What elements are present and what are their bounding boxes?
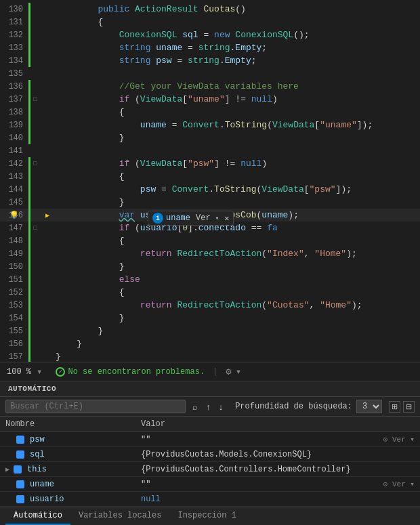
debug-var-icon <box>16 436 24 444</box>
debug-expand-icon[interactable]: ▶ <box>5 465 9 474</box>
debug-val-cell: ""⊙ Ver ▾ <box>141 480 415 489</box>
debug-panel-title: Automático <box>0 381 420 397</box>
debug-tab[interactable]: Variables locales <box>70 507 169 525</box>
code-line: 154 } <box>0 312 420 324</box>
debug-val-cell: {ProvidusCuotas.Controllers.HomeControll… <box>141 465 415 474</box>
line-number: 147 <box>0 224 28 233</box>
debug-var-cell: uname <box>5 480 141 489</box>
fold-icon[interactable]: □ <box>33 161 37 167</box>
debug-row[interactable]: psw""⊙ Ver ▾ <box>0 432 420 447</box>
line-number: 140 <box>0 133 28 143</box>
breakpoint-area: ▶ <box>42 211 53 219</box>
tool-icon-1[interactable]: ⚙ <box>226 366 231 377</box>
code-line: 151 else <box>0 273 420 286</box>
current-line-arrow: ▶ <box>45 211 49 219</box>
line-content: else <box>53 274 420 285</box>
line-number: 136 <box>0 82 28 91</box>
code-editor: 130 public ActionResult Cuotas()131 {132… <box>0 0 420 362</box>
debug-tab[interactable]: Automático <box>5 507 70 525</box>
debug-val-cell: {ProvidusCuotas.Models.ConexionSQL} <box>141 450 415 459</box>
code-lines: 130 public ActionResult Cuotas()131 {132… <box>0 0 420 362</box>
debug-panel: Automático ⌕ ↑ ↓ Profundidad de búsqueda… <box>0 381 420 525</box>
tooltip-close-button[interactable]: ✕ <box>224 213 229 224</box>
line-content: ConexionSQL sql = new ConexionSQL(); <box>53 30 420 40</box>
zoom-level: 100 % <box>7 367 31 377</box>
lightbulb-icon[interactable]: 💡 <box>9 211 19 219</box>
code-line: 139 uname = Convert.ToString(ViewData["u… <box>0 119 420 131</box>
code-line: 138 { <box>0 106 420 119</box>
fold-icon[interactable]: □ <box>33 96 37 103</box>
debug-val-cell: null <box>141 495 415 504</box>
code-line: 150 } <box>0 260 420 273</box>
line-number: 153 <box>0 301 28 310</box>
line-content: string psw = string.Empty; <box>53 56 420 66</box>
line-content: var usuario = sql.datosCob(uname); <box>53 210 420 220</box>
tooltip-info-icon: i <box>152 213 163 224</box>
autocomplete-tooltip[interactable]: i uname Ver ▾ ✕ <box>148 211 234 226</box>
debug-row[interactable]: sql{ProvidusCuotas.Models.ConexionSQL} <box>0 447 420 462</box>
debug-rows: psw""⊙ Ver ▾sql{ProvidusCuotas.Models.Co… <box>0 432 420 507</box>
line-number: 149 <box>0 249 28 259</box>
line-gutter: □ <box>28 161 42 167</box>
debug-sort-desc-button[interactable]: ↓ <box>216 400 226 413</box>
debug-sort-asc-button[interactable]: ↑ <box>203 400 213 413</box>
fold-icon[interactable]: □ <box>33 225 37 232</box>
debug-var-value: "" <box>141 435 150 444</box>
line-content: { <box>53 171 420 182</box>
tooltip-ver-arrow: ▾ <box>215 215 219 222</box>
status-ok-indicator: ✓ No se encontraron problemas. <box>56 367 205 377</box>
debug-var-cell: usuario <box>5 495 141 504</box>
line-content: return RedirectToAction("Index", "Home")… <box>53 249 420 259</box>
debug-var-icon <box>16 450 24 459</box>
line-number: 130 <box>0 5 28 14</box>
code-line: 148 { <box>0 234 420 247</box>
line-content: { <box>53 107 420 117</box>
line-content: { <box>53 17 420 27</box>
debug-ver-button[interactable]: ⊙ Ver ▾ <box>383 480 415 488</box>
debug-var-value: null <box>141 495 161 504</box>
debug-view-btn-2[interactable]: ⊟ <box>403 401 415 413</box>
debug-var-name: this <box>27 465 47 474</box>
line-gutter: □ <box>28 96 42 103</box>
debug-var-icon <box>16 495 24 503</box>
debug-tabs: AutomáticoVariables localesInspección 1 <box>0 507 420 525</box>
debug-var-name: sql <box>30 450 45 459</box>
line-number: 141 <box>0 146 28 156</box>
debug-var-name: usuario <box>30 495 64 504</box>
debug-row[interactable]: uname""⊙ Ver ▾ <box>0 477 420 492</box>
code-line: 145 } <box>0 196 420 209</box>
debug-view-btn-1[interactable]: ⊞ <box>389 401 400 413</box>
debug-table-header: Nombre Valor <box>0 417 420 432</box>
tool-icon-dropdown[interactable]: ▾ <box>236 366 241 377</box>
code-line: 140 } <box>0 131 420 144</box>
line-number: 144 <box>0 185 28 194</box>
line-number: 150 <box>0 262 28 272</box>
code-line: 157} <box>0 350 420 362</box>
debug-tab[interactable]: Inspección 1 <box>169 507 244 525</box>
line-number: 151 <box>0 275 28 285</box>
status-bar: 100 % ▾ ✓ No se encontraron problemas. |… <box>0 362 420 381</box>
debug-search-button[interactable]: ⌕ <box>190 400 201 413</box>
line-content: } <box>53 339 420 349</box>
code-line: 143 { <box>0 170 420 183</box>
line-content: { <box>53 287 420 297</box>
line-number: 154 <box>0 314 28 323</box>
debug-var-name: uname <box>30 480 54 489</box>
code-line: 142□ if (ViewData["psw"] != null) <box>0 157 420 170</box>
line-number: 132 <box>0 30 28 40</box>
line-number: 152 <box>0 288 28 297</box>
debug-ver-button[interactable]: ⊙ Ver ▾ <box>383 435 415 444</box>
debug-row[interactable]: ▶this{ProvidusCuotas.Controllers.HomeCon… <box>0 462 420 477</box>
line-content: } <box>53 326 420 336</box>
line-content: return RedirectToAction("Cuotas", "Home"… <box>53 300 420 310</box>
code-line: 131 { <box>0 16 420 28</box>
code-line: 137□ if (ViewData["uname"] != null) <box>0 93 420 106</box>
line-number: 145 <box>0 198 28 207</box>
tooltip-ver-button[interactable]: Ver ▾ <box>193 213 222 223</box>
status-tools: ⚙ ▾ <box>226 366 241 377</box>
debug-search-input[interactable] <box>5 400 186 413</box>
debug-row[interactable]: usuarionull <box>0 492 420 507</box>
line-content: } <box>53 352 420 362</box>
depth-select[interactable]: 3 1 2 4 5 <box>356 400 382 413</box>
zoom-dropdown-icon[interactable]: ▾ <box>37 366 42 377</box>
